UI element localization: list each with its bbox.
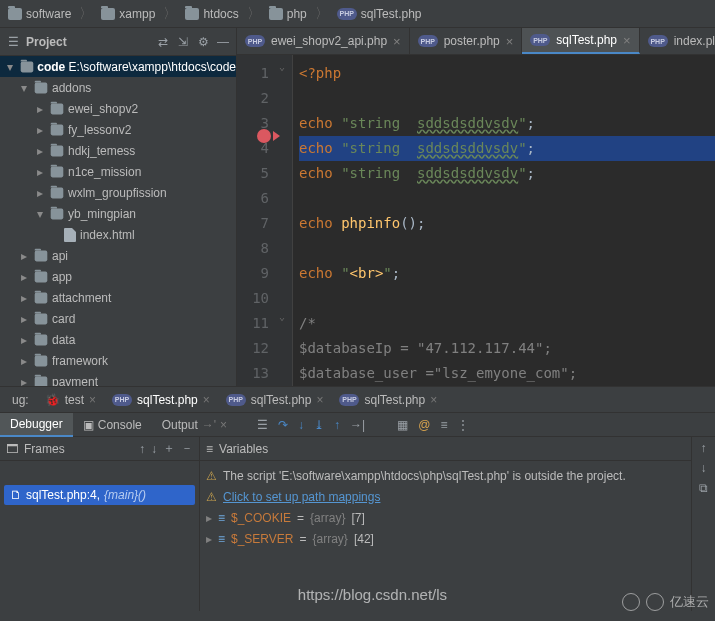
breadcrumb-item[interactable]: php: [265, 5, 311, 23]
expand-icon[interactable]: ▸: [18, 375, 30, 387]
code-line[interactable]: echo phpinfo();: [299, 211, 715, 236]
editor-tab[interactable]: PHPposter.php×: [410, 28, 523, 54]
gear-icon[interactable]: ⚙: [196, 35, 210, 49]
debug-run-tab[interactable]: PHPsqlTest.php×: [104, 387, 218, 413]
step-into-icon[interactable]: ↓: [298, 418, 304, 432]
tree-file[interactable]: index.html: [0, 224, 236, 245]
breadcrumb-item[interactable]: xampp: [97, 5, 159, 23]
tree-folder[interactable]: ▸ewei_shopv2: [0, 98, 236, 119]
tree-folder[interactable]: ▸framework: [0, 350, 236, 371]
line-number[interactable]: 11: [237, 311, 269, 336]
line-number[interactable]: 7: [237, 211, 269, 236]
force-step-into-icon[interactable]: ⤓: [314, 418, 324, 432]
tab-debugger[interactable]: Debugger: [0, 413, 73, 437]
tab-output[interactable]: Output→'×: [152, 413, 237, 437]
expand-icon[interactable]: ▸: [34, 165, 46, 179]
up-icon[interactable]: ↑: [701, 441, 707, 455]
fold-toggle-icon[interactable]: ⌄: [279, 311, 285, 322]
variable-row[interactable]: ▸ ≡ $_COOKIE = {array} [7]: [200, 507, 691, 528]
breadcrumb-item[interactable]: software: [4, 5, 75, 23]
tree-folder[interactable]: ▸n1ce_mission: [0, 161, 236, 182]
code-line[interactable]: [299, 86, 715, 111]
line-number[interactable]: 5: [237, 161, 269, 186]
project-tree[interactable]: ▾code E:\software\xampp\htdocs\code▾addo…: [0, 56, 236, 386]
expand-icon[interactable]: ▾: [18, 81, 30, 95]
frames-remove-icon[interactable]: －: [181, 440, 193, 457]
code-line[interactable]: echo "string sddsdsddvsdv";: [299, 161, 715, 186]
step-over-icon[interactable]: ↷: [278, 418, 288, 432]
fold-column[interactable]: ⌄ ⌄: [277, 55, 293, 386]
at-icon[interactable]: @: [418, 418, 430, 432]
code-line[interactable]: /*: [299, 311, 715, 336]
layout-icon[interactable]: ☰: [257, 418, 268, 432]
line-number[interactable]: 12: [237, 336, 269, 361]
tree-folder[interactable]: ▸app: [0, 266, 236, 287]
code-line[interactable]: [299, 236, 715, 261]
collapse-icon[interactable]: ⇲: [176, 35, 190, 49]
breakpoint-icon[interactable]: [257, 129, 271, 143]
close-icon[interactable]: ×: [89, 393, 96, 407]
expand-icon[interactable]: ▸: [18, 333, 30, 347]
down-icon[interactable]: ↓: [701, 461, 707, 475]
tab-console[interactable]: ▣Console: [73, 413, 152, 437]
expand-icon[interactable]: ▾: [34, 207, 46, 221]
tree-root[interactable]: ▾code E:\software\xampp\htdocs\code: [0, 56, 236, 77]
code-line[interactable]: echo "<br>";: [299, 261, 715, 286]
close-icon[interactable]: ×: [203, 393, 210, 407]
code-line[interactable]: echo "string sddsdsddvsdv";: [299, 136, 715, 161]
tree-folder[interactable]: ▸fy_lessonv2: [0, 119, 236, 140]
tree-folder[interactable]: ▾addons: [0, 77, 236, 98]
tree-folder[interactable]: ▸attachment: [0, 287, 236, 308]
debug-run-tab[interactable]: PHPsqlTest.php×: [331, 387, 445, 413]
code-line[interactable]: [299, 186, 715, 211]
tree-folder[interactable]: ▸data: [0, 329, 236, 350]
tree-folder[interactable]: ▸api: [0, 245, 236, 266]
settings-icon[interactable]: ⋮: [457, 418, 469, 432]
close-icon[interactable]: ×: [316, 393, 323, 407]
code-line[interactable]: [299, 286, 715, 311]
line-number[interactable]: 9: [237, 261, 269, 286]
frames-next-icon[interactable]: ↓: [151, 442, 157, 456]
expand-icon[interactable]: ▸: [34, 144, 46, 158]
gutter[interactable]: 12345678910111213: [237, 55, 277, 386]
tree-folder[interactable]: ▸wxlm_groupfission: [0, 182, 236, 203]
line-number[interactable]: 2: [237, 86, 269, 111]
close-icon[interactable]: ×: [393, 34, 401, 49]
expand-icon[interactable]: ▸: [34, 186, 46, 200]
variable-row[interactable]: ▸ ≡ $_SERVER = {array} [42]: [200, 528, 691, 549]
debug-run-tab[interactable]: 🐞test×: [37, 387, 104, 413]
breadcrumb-item[interactable]: htdocs: [181, 5, 242, 23]
editor-tab[interactable]: PHPindex.pl×: [640, 28, 715, 54]
frames-add-icon[interactable]: ＋: [163, 440, 175, 457]
fold-toggle-icon[interactable]: ⌄: [279, 61, 285, 72]
expand-icon[interactable]: ▸: [18, 312, 30, 326]
line-number[interactable]: 8: [237, 236, 269, 261]
expand-icon[interactable]: ▸: [18, 291, 30, 305]
close-icon[interactable]: ×: [506, 34, 514, 49]
hide-icon[interactable]: —: [216, 35, 230, 49]
expand-icon[interactable]: ▸: [18, 354, 30, 368]
evaluate-icon[interactable]: ▦: [397, 418, 408, 432]
path-mappings-link[interactable]: Click to set up path mappings: [223, 490, 380, 504]
code-line[interactable]: $database_user ="lsz_emyone_com";: [299, 361, 715, 386]
debug-run-tab[interactable]: PHPsqlTest.php×: [218, 387, 332, 413]
expand-icon[interactable]: ▾: [4, 60, 16, 74]
breadcrumb-item[interactable]: PHPsqlTest.php: [333, 5, 426, 23]
stack-frame-row[interactable]: 🗋 sqlTest.php:4, {main}(): [4, 485, 195, 505]
line-number[interactable]: 6: [237, 186, 269, 211]
code-content[interactable]: <?phpecho "string sddsdsddvsdv";echo "st…: [293, 55, 715, 386]
editor-tab[interactable]: PHPewei_shopv2_api.php×: [237, 28, 410, 54]
expand-icon[interactable]: ▸: [206, 532, 212, 546]
run-to-cursor-icon[interactable]: →|: [350, 418, 365, 432]
frames-prev-icon[interactable]: ↑: [139, 442, 145, 456]
editor-tab[interactable]: PHPsqlTest.php×: [522, 28, 639, 54]
tree-folder[interactable]: ▸card: [0, 308, 236, 329]
close-icon[interactable]: ×: [430, 393, 437, 407]
expand-icon[interactable]: ▸: [18, 249, 30, 263]
tree-folder[interactable]: ▸hdkj_temess: [0, 140, 236, 161]
project-view-icon[interactable]: ☰: [6, 35, 20, 49]
code-area[interactable]: 12345678910111213 ⌄ ⌄ <?phpecho "string …: [237, 55, 715, 386]
step-out-icon[interactable]: ↑: [334, 418, 340, 432]
tree-folder[interactable]: ▸payment: [0, 371, 236, 386]
expand-icon[interactable]: ▸: [18, 270, 30, 284]
